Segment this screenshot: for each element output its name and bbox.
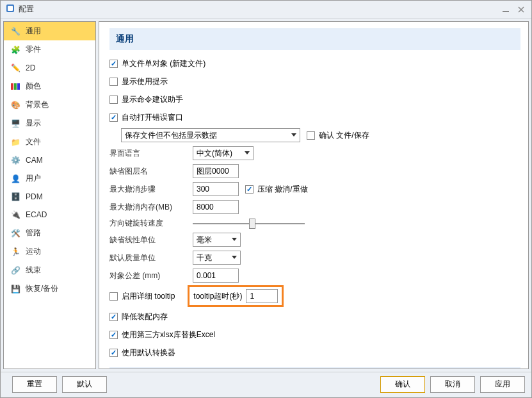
checkbox-xlsx[interactable]: 使用第三方xlsx库替换Excel xyxy=(109,329,215,340)
user-icon: 👤 xyxy=(10,174,20,184)
2d-icon: ✏️ xyxy=(10,63,20,73)
sidebar-item-user[interactable]: 👤用户 xyxy=(4,169,95,188)
backup-icon: 💾 xyxy=(10,284,20,294)
sidebar-item-bgcolor[interactable]: 🎨背景色 xyxy=(4,95,95,114)
sidebar-item-harness[interactable]: 🔗线束 xyxy=(4,261,95,279)
sidebar: 🔧通用 🧩零件 ✏️2D 颜色 🎨背景色 🖥️显示 📁文件 ⚙️CAM 👤用户 … xyxy=(3,21,96,369)
checkbox-confirm-save[interactable]: 确认 文件/保存 xyxy=(307,130,369,141)
wrench-icon: 🔧 xyxy=(10,26,20,37)
sidebar-item-motion[interactable]: 🏃运动 xyxy=(4,242,95,261)
label-undo-steps: 最大撤消步骤 xyxy=(109,184,193,195)
ok-button[interactable]: 确认 xyxy=(380,376,425,393)
checkbox-show-cmd[interactable]: 显示命令建议助手 xyxy=(109,94,183,105)
section-lightweight: 轻量化加载 xyxy=(109,367,520,369)
tooltip-timeout-highlight: tooltip超时(秒) xyxy=(188,285,284,307)
undo-mem-input[interactable] xyxy=(193,200,239,214)
motion-icon: 🏃 xyxy=(10,247,20,257)
sidebar-item-backup[interactable]: 💾恢复/备份 xyxy=(4,279,95,298)
checkbox-compress-undo[interactable]: 压缩 撤消/重做 xyxy=(245,184,308,195)
lin-unit-select[interactable]: 毫米 xyxy=(193,233,241,247)
mass-unit-select[interactable]: 千克 xyxy=(193,251,241,265)
cancel-button[interactable]: 取消 xyxy=(430,376,475,393)
sidebar-item-parts[interactable]: 🧩零件 xyxy=(4,40,95,59)
sidebar-item-pdm[interactable]: 🗄️PDM xyxy=(4,188,95,206)
label-rot-speed: 方向键旋转速度 xyxy=(109,218,193,229)
svg-rect-4 xyxy=(14,83,17,90)
label-lin-unit: 缺省线性单位 xyxy=(109,235,193,245)
save-mode-select[interactable]: 保存文件但不包括显示数据 xyxy=(121,128,300,142)
ecad-icon: 🔌 xyxy=(10,210,20,220)
window-close-icon[interactable] xyxy=(516,4,526,15)
slider-thumb[interactable] xyxy=(249,219,255,229)
palette-icon xyxy=(10,81,20,92)
checkbox-def-conv[interactable]: 使用默认转换器 xyxy=(109,347,175,358)
reset-button[interactable]: 重置 xyxy=(12,376,57,393)
sidebar-item-color[interactable]: 颜色 xyxy=(4,77,95,95)
pdm-icon: 🗄️ xyxy=(10,192,20,202)
window-title: 配置 xyxy=(19,4,34,15)
tooltip-timeout-input[interactable] xyxy=(246,289,278,303)
background-icon: 🎨 xyxy=(10,100,20,110)
label-mass-unit: 默认质量单位 xyxy=(109,253,193,263)
label-undo-mem: 最大撤消内存(MB) xyxy=(109,202,193,213)
checkbox-show-tips[interactable]: 显示使用提示 xyxy=(109,76,168,87)
section-general: 通用 xyxy=(109,28,520,50)
sidebar-item-cam[interactable]: ⚙️CAM xyxy=(4,151,95,169)
sidebar-item-display[interactable]: 🖥️显示 xyxy=(4,114,95,133)
window-minimize-icon[interactable] xyxy=(501,4,511,15)
checkbox-single-file[interactable]: 单文件单对象 (新建文件) xyxy=(109,58,206,69)
rot-speed-slider[interactable] xyxy=(193,223,305,224)
folder-icon: 📁 xyxy=(10,137,20,147)
footer: 重置 默认 确认 取消 应用 xyxy=(1,372,531,396)
main-panel: 通用 单文件单对象 (新建文件) 显示使用提示 显示命令建议助手 自动打开错误窗… xyxy=(99,21,529,369)
checkbox-enable-tooltip[interactable]: 启用详细 tooltip xyxy=(109,291,175,302)
part-icon: 🧩 xyxy=(10,45,20,55)
checkbox-auto-err[interactable]: 自动打开错误窗口 xyxy=(109,112,183,123)
app-icon xyxy=(6,4,15,15)
svg-rect-5 xyxy=(17,83,20,90)
sidebar-item-general[interactable]: 🔧通用 xyxy=(4,22,95,40)
svg-rect-1 xyxy=(8,6,13,11)
titlebar: 配置 xyxy=(1,1,531,19)
sidebar-item-files[interactable]: 📁文件 xyxy=(4,133,95,151)
label-tolerance: 对象公差 (mm) xyxy=(109,270,193,281)
svg-rect-2 xyxy=(503,11,509,12)
sidebar-item-ecad[interactable]: 🔌ECAD xyxy=(4,206,95,224)
monitor-icon: 🖥️ xyxy=(10,119,20,129)
label-tooltip-timeout: tooltip超时(秒) xyxy=(193,291,242,302)
cam-icon: ⚙️ xyxy=(10,155,20,165)
pipe-icon: 🛠️ xyxy=(10,228,20,238)
checkbox-reduce-mem[interactable]: 降低装配内存 xyxy=(109,311,168,322)
sidebar-item-2d[interactable]: ✏️2D xyxy=(4,59,95,77)
layer-input[interactable] xyxy=(193,164,239,178)
harness-icon: 🔗 xyxy=(10,265,20,276)
tolerance-input[interactable] xyxy=(193,269,239,283)
default-button[interactable]: 默认 xyxy=(62,376,107,393)
label-ui-lang: 界面语言 xyxy=(109,148,193,159)
undo-steps-input[interactable] xyxy=(193,182,239,196)
sidebar-item-piping[interactable]: 🛠️管路 xyxy=(4,224,95,242)
ui-lang-select[interactable]: 中文(简体) xyxy=(193,146,254,160)
apply-button[interactable]: 应用 xyxy=(480,376,525,393)
svg-rect-3 xyxy=(11,83,13,90)
label-layer: 缺省图层名 xyxy=(109,166,193,177)
